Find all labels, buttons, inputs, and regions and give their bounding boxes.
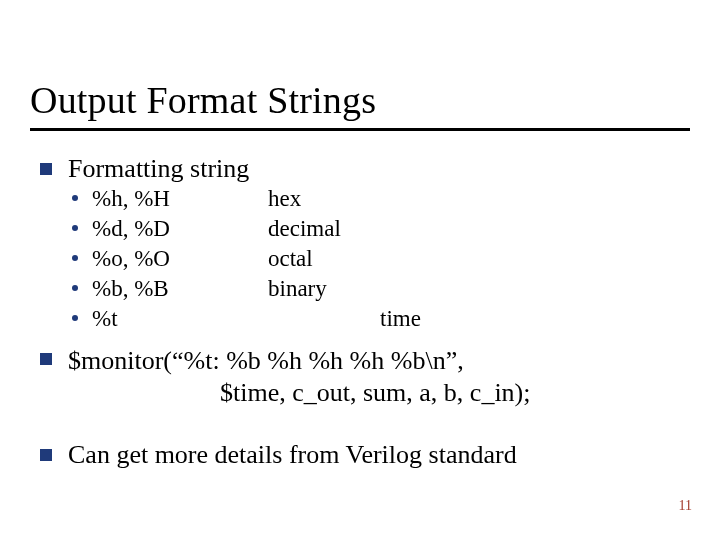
bullet-label: Formatting string bbox=[68, 154, 249, 183]
slide-body: Formatting string %h, %H hex %d, %D deci… bbox=[40, 148, 690, 470]
bullet-verilog-standard: Can get more details from Verilog standa… bbox=[40, 440, 690, 470]
list-item: %h, %H hex bbox=[36, 184, 690, 214]
square-bullet-icon bbox=[40, 353, 52, 365]
code-line-1: $monitor(“%t: %b %h %h %h %b\n”, bbox=[68, 346, 464, 375]
format-code: %h, %H bbox=[92, 184, 268, 214]
format-desc: hex bbox=[268, 184, 301, 214]
format-code: %t bbox=[92, 304, 268, 334]
title-underline bbox=[30, 128, 690, 131]
list-item: %t time bbox=[36, 304, 690, 334]
format-list: %h, %H hex %d, %D decimal %o, %O octal bbox=[36, 184, 690, 334]
format-code: %o, %O bbox=[92, 244, 268, 274]
slide-title: Output Format Strings bbox=[30, 78, 376, 122]
page-number: 11 bbox=[679, 498, 692, 514]
list-item: %o, %O octal bbox=[36, 244, 690, 274]
dot-bullet-icon bbox=[72, 225, 78, 231]
format-desc: binary bbox=[268, 274, 327, 304]
code-line-2: $time, c_out, sum, a, b, c_in); bbox=[40, 378, 690, 408]
square-bullet-icon bbox=[40, 163, 52, 175]
dot-bullet-icon bbox=[72, 195, 78, 201]
bullet-label: Can get more details from Verilog standa… bbox=[68, 440, 517, 469]
dot-bullet-icon bbox=[72, 315, 78, 321]
square-bullet-icon bbox=[40, 449, 52, 461]
format-code: %d, %D bbox=[92, 214, 268, 244]
format-desc: decimal bbox=[268, 214, 341, 244]
list-item: %b, %B binary bbox=[36, 274, 690, 304]
dot-bullet-icon bbox=[72, 255, 78, 261]
bullet-monitor-example: $monitor(“%t: %b %h %h %h %b\n”, bbox=[40, 344, 690, 378]
format-desc: octal bbox=[268, 244, 313, 274]
dot-bullet-icon bbox=[72, 285, 78, 291]
list-item: %d, %D decimal bbox=[36, 214, 690, 244]
format-code: %b, %B bbox=[92, 274, 268, 304]
bullet-formatting-string: Formatting string bbox=[40, 154, 690, 184]
format-desc: time bbox=[268, 304, 421, 334]
